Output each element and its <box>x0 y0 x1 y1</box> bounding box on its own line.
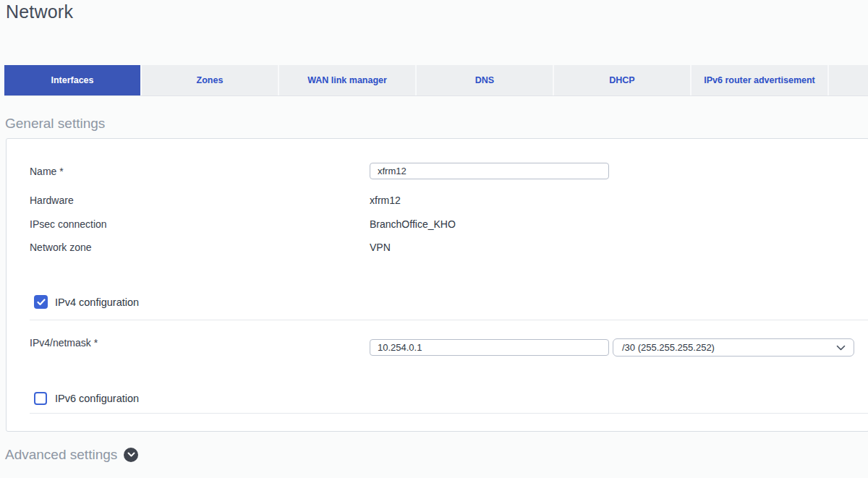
advanced-settings-header[interactable]: Advanced settings <box>5 447 138 463</box>
netmask-select[interactable]: /30 (255.255.255.252) <box>613 338 854 357</box>
advanced-settings-title: Advanced settings <box>5 447 117 463</box>
hardware-value: xfrm12 <box>370 195 401 206</box>
network-zone-label: Network zone <box>30 242 92 253</box>
network-zone-value: VPN <box>370 242 391 253</box>
name-label: Name * <box>30 166 64 177</box>
page-title: Network <box>6 1 73 22</box>
ipv4-configuration-checkbox[interactable] <box>34 295 48 309</box>
hardware-label: Hardware <box>30 195 74 206</box>
chevron-down-circle-icon[interactable] <box>124 448 138 462</box>
ipv6-configuration-checkbox[interactable] <box>34 392 47 405</box>
general-settings-title: General settings <box>5 116 105 132</box>
ipv4-configuration-label: IPv4 configuration <box>55 296 139 308</box>
tab-interfaces[interactable]: Interfaces <box>4 65 142 95</box>
name-input[interactable] <box>370 163 609 179</box>
tab-wan-link-manager[interactable]: WAN link manager <box>279 65 417 95</box>
tab-dhcp[interactable]: DHCP <box>554 65 692 95</box>
network-settings-page: { "page": { "title": "Network" }, "tabs"… <box>0 0 868 478</box>
ipv6-configuration-label: IPv6 configuration <box>55 393 139 404</box>
general-settings-header: General settings <box>5 116 105 132</box>
ipsec-connection-value: BranchOffice_KHO <box>370 218 456 230</box>
netmask-selected-option: /30 (255.255.255.252) <box>622 342 715 353</box>
tab-bar: Interfaces Zones WAN link manager DNS DH… <box>4 65 868 96</box>
check-icon <box>37 299 46 306</box>
ipv4-netmask-label: IPv4/netmask * <box>30 337 98 349</box>
chevron-down-icon <box>836 345 846 351</box>
general-settings-panel: Name * Hardware xfrm12 IPsec connection … <box>6 138 868 432</box>
divider <box>30 320 868 320</box>
tab-ipv6-router-advertisement[interactable]: IPv6 router advertisement <box>692 65 829 95</box>
ipsec-connection-label: IPsec connection <box>30 218 107 230</box>
tab-dns[interactable]: DNS <box>417 65 554 95</box>
tab-zones[interactable]: Zones <box>142 65 279 95</box>
divider <box>30 413 868 414</box>
tab-overflow-stub <box>829 65 868 95</box>
ipv4-address-input[interactable] <box>370 339 609 356</box>
